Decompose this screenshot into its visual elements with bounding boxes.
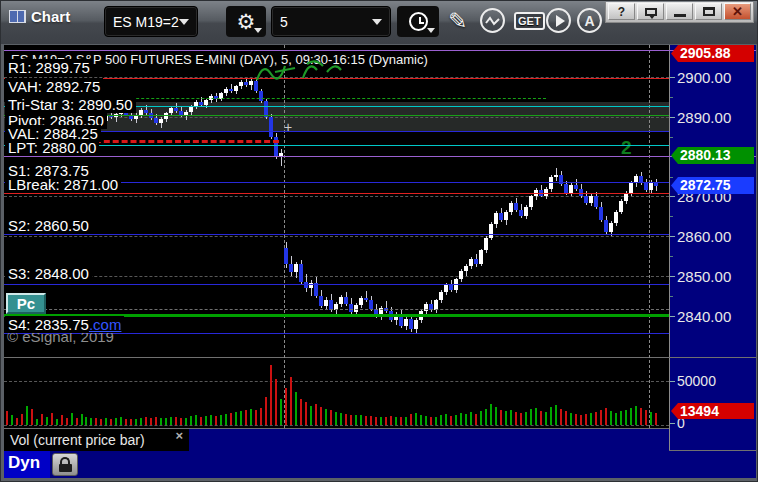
volume-bar bbox=[485, 409, 487, 425]
volume-bar bbox=[21, 414, 23, 425]
volume-bar bbox=[445, 414, 447, 425]
candle-body bbox=[624, 193, 628, 201]
candle-body bbox=[144, 110, 148, 113]
gridline bbox=[4, 236, 669, 237]
volume-bar bbox=[490, 404, 492, 425]
candle-body bbox=[504, 212, 508, 220]
candle-body bbox=[229, 89, 233, 91]
scale-tick bbox=[670, 296, 673, 297]
volume-bar bbox=[500, 410, 502, 425]
candle-body bbox=[404, 319, 408, 326]
level-line bbox=[4, 234, 669, 235]
annotation-scribble bbox=[251, 56, 343, 86]
candle-body bbox=[619, 201, 623, 212]
volume-bar bbox=[510, 410, 512, 425]
scale-tick bbox=[670, 196, 675, 197]
volume-bar bbox=[360, 415, 362, 425]
level-label: S2: 2860.50 bbox=[5, 217, 92, 234]
candle-body bbox=[344, 297, 348, 304]
volume-bar bbox=[90, 418, 92, 425]
candle-body bbox=[304, 282, 308, 288]
volume-bar bbox=[625, 410, 627, 425]
volume-bar bbox=[11, 415, 13, 425]
scale-tick bbox=[670, 276, 675, 277]
volume-bar bbox=[465, 414, 467, 425]
level-label: LPT: 2880.00 bbox=[5, 139, 99, 156]
volume-bar bbox=[505, 411, 507, 425]
candle-body bbox=[199, 102, 203, 105]
volume-bar bbox=[76, 418, 78, 425]
volume-bar bbox=[600, 410, 602, 425]
scale-tick bbox=[670, 117, 675, 118]
candle-body bbox=[159, 119, 163, 123]
candle-wick bbox=[366, 291, 367, 302]
level-label: VAH: 2892.75 bbox=[5, 78, 103, 95]
volume-bar bbox=[245, 410, 247, 425]
candle-body bbox=[224, 89, 228, 93]
level-label: LBreak: 2871.00 bbox=[5, 176, 121, 193]
volume-bar bbox=[110, 419, 112, 425]
volume-bar bbox=[51, 413, 53, 425]
candle-body bbox=[604, 220, 608, 232]
gridline bbox=[4, 196, 669, 197]
volume-bar bbox=[195, 415, 197, 425]
volume-bar bbox=[570, 413, 572, 425]
level-label: S3: 2848.00 bbox=[5, 265, 92, 282]
volume-bar bbox=[620, 411, 622, 425]
level-line bbox=[4, 156, 756, 157]
volume-bar bbox=[95, 418, 97, 425]
tab-volume[interactable]: Vol (current price bar) × bbox=[4, 429, 189, 451]
close-icon[interactable]: × bbox=[175, 431, 183, 441]
session-divider-line bbox=[649, 45, 650, 428]
volume-bar bbox=[515, 412, 517, 425]
volume-bar bbox=[385, 417, 387, 425]
volume-bar bbox=[270, 365, 272, 425]
candle-body bbox=[644, 183, 648, 190]
scale-tick bbox=[670, 77, 675, 78]
candle-body bbox=[289, 264, 293, 272]
volume-bar bbox=[280, 399, 282, 425]
volume-bar bbox=[170, 417, 172, 425]
volume-bar bbox=[365, 416, 367, 425]
volume-bar bbox=[475, 414, 477, 425]
chart-generated-layer: R1: 2899.75VAH: 2892.75Tri-Star 3: 2890.… bbox=[1, 1, 758, 482]
watermark-com: .com bbox=[89, 316, 122, 333]
candle-body bbox=[549, 177, 553, 189]
volume-bar bbox=[71, 413, 73, 425]
volume-bar bbox=[545, 412, 547, 425]
volume-scale-label: 50000 bbox=[677, 373, 716, 389]
volume-bar bbox=[370, 416, 372, 425]
volume-bar bbox=[420, 415, 422, 425]
candle-body bbox=[449, 285, 453, 290]
price-scale-label: 2890.00 bbox=[677, 109, 731, 126]
volume-bar bbox=[220, 415, 222, 425]
level-line bbox=[4, 145, 669, 146]
volume-bar bbox=[36, 419, 38, 425]
candle-body bbox=[494, 213, 498, 224]
lock-button[interactable] bbox=[52, 453, 78, 476]
volume-bar bbox=[155, 417, 157, 425]
volume-bar bbox=[410, 414, 412, 425]
volume-bar bbox=[430, 417, 432, 425]
candle-body bbox=[169, 108, 173, 113]
volume-bar bbox=[615, 413, 617, 425]
scale-tick bbox=[670, 216, 673, 217]
volume-bar bbox=[61, 415, 63, 425]
volume-bar bbox=[455, 415, 457, 425]
time-axis[interactable]: Dyn bbox=[4, 451, 756, 478]
volume-bar bbox=[405, 417, 407, 425]
volume-bar bbox=[175, 417, 177, 425]
volume-bar bbox=[140, 418, 142, 425]
scale-tick bbox=[670, 423, 675, 424]
volume-bar bbox=[210, 415, 212, 425]
candle-body bbox=[574, 185, 578, 189]
volume-bar bbox=[250, 409, 252, 425]
volume-bar bbox=[240, 411, 242, 425]
volume-bar bbox=[310, 406, 312, 425]
volume-bar bbox=[560, 409, 562, 425]
volume-bar bbox=[205, 416, 207, 425]
volume-bar bbox=[135, 419, 137, 425]
dyn-mode-button[interactable]: Dyn bbox=[4, 451, 50, 478]
volume-bar bbox=[105, 418, 107, 425]
volume-bar bbox=[200, 417, 202, 425]
